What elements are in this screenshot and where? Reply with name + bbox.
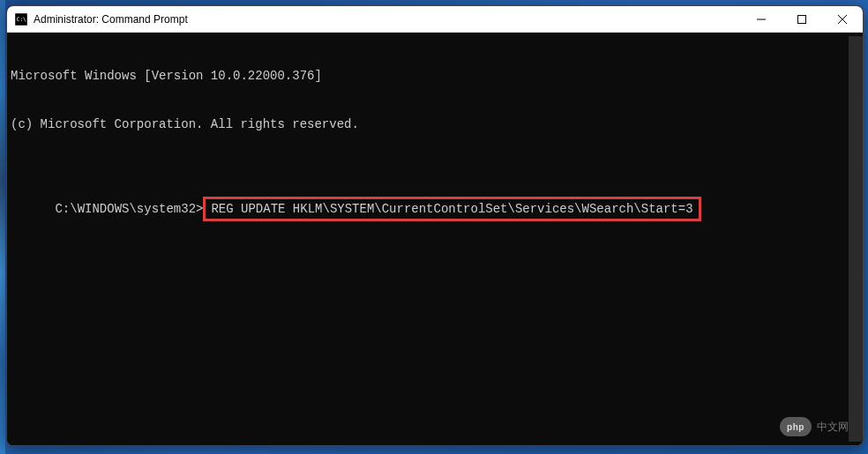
- titlebar[interactable]: C:\ Administrator: Command Prompt: [7, 6, 863, 33]
- version-line: Microsoft Windows [Version 10.0.22000.37…: [11, 68, 849, 84]
- watermark-text: 中文网: [817, 420, 849, 435]
- desktop-taskbar-edge: [0, 0, 5, 454]
- prompt-path: C:\WINDOWS\system32>: [55, 202, 203, 216]
- command-prompt-window: C:\ Administrator: Command Prompt Micros…: [6, 5, 864, 446]
- watermark: php 中文网: [780, 417, 849, 436]
- cmd-icon: C:\: [14, 12, 28, 26]
- blank-line: [11, 165, 849, 181]
- vertical-scrollbar[interactable]: [849, 36, 863, 442]
- svg-text:C:\: C:\: [17, 15, 26, 21]
- window-controls: [741, 6, 863, 32]
- close-button[interactable]: [822, 6, 863, 32]
- console-content: Microsoft Windows [Version 10.0.22000.37…: [11, 36, 849, 442]
- svg-rect-3: [798, 15, 806, 23]
- maximize-button[interactable]: [782, 6, 822, 32]
- minimize-button[interactable]: [741, 6, 782, 32]
- console-area[interactable]: Microsoft Windows [Version 10.0.22000.37…: [7, 33, 863, 445]
- copyright-line: (c) Microsoft Corporation. All rights re…: [11, 116, 849, 132]
- command-highlight: REG UPDATE HKLM\SYSTEM\CurrentControlSet…: [203, 197, 700, 221]
- window-title: Administrator: Command Prompt: [34, 13, 741, 26]
- php-logo-icon: php: [780, 417, 812, 436]
